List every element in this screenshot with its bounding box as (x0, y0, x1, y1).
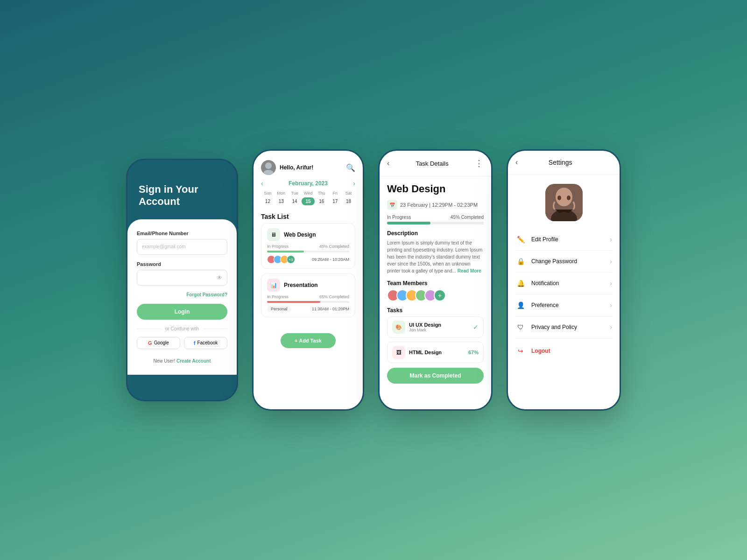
calendar-nav: ‹ February, 2023 › (261, 180, 355, 187)
subtask-info-html: HTML Design (409, 350, 465, 355)
preference-chevron: › (610, 301, 612, 309)
change-password-label: Change Password (531, 258, 610, 265)
forgot-password-link[interactable]: Forgot Password? (137, 292, 227, 297)
svg-point-0 (265, 162, 272, 169)
task-description: Lorem Ipsum is simply dummy text of the … (387, 239, 484, 274)
settings-screen: ‹ Settings (507, 149, 621, 411)
cal-day-14[interactable]: 14 (288, 197, 302, 205)
signin-body: Email/Phone Number example@gmail.com Pas… (127, 219, 237, 375)
edit-profile-icon: ✏️ (515, 234, 526, 245)
edit-profile-label: Edit Profile (531, 236, 610, 243)
task-tag: Personal (267, 306, 291, 312)
back-button[interactable]: ‹ (387, 159, 389, 168)
task-progress-fill (267, 251, 304, 252)
svg-point-5 (557, 196, 561, 200)
cal-day-12[interactable]: 12 (261, 197, 275, 205)
prev-month-button[interactable]: ‹ (261, 180, 263, 187)
task-progress-bar-bg (267, 251, 349, 252)
task-time: 09:20AM - 10:20AM (312, 257, 349, 262)
cal-day-17[interactable]: 17 (328, 197, 342, 205)
google-icon: G (148, 340, 152, 346)
svg-point-7 (558, 212, 570, 219)
task-detail-name: Web Design (387, 183, 484, 195)
change-password-chevron: › (610, 258, 612, 265)
preference-label: Preference (531, 302, 610, 308)
task-progress-row-pres: In Progress 65% Completed (267, 294, 349, 299)
task-avatars: +3 (267, 255, 295, 264)
task-header: 🖥 Web Design (267, 228, 349, 241)
subtask-icon-uiux: 🎨 (392, 321, 405, 334)
notification-chevron: › (610, 280, 612, 287)
mark-complete-button[interactable]: Mark as Completed (387, 368, 484, 384)
email-input[interactable]: example@gmail.com (137, 239, 227, 255)
task-card-presentation[interactable]: 📊 Presentation In Progress 65% Completed… (261, 273, 355, 317)
more-options-button[interactable]: ⋮ (475, 158, 484, 168)
task-footer: +3 09:20AM - 10:20AM (267, 255, 349, 264)
email-label: Email/Phone Number (137, 231, 227, 236)
task-card-webdesign[interactable]: 🖥 Web Design In Progress 45% Completed +… (261, 223, 355, 269)
preference-icon: 👤 (515, 300, 526, 310)
subtask-uiux[interactable]: 🎨 UI UX Design Jon Mark ✓ (387, 316, 484, 338)
calendar-section: ‹ February, 2023 › Sun Mon Tue Wed Thu F… (254, 180, 363, 210)
search-icon[interactable]: 🔍 (346, 163, 355, 172)
signin-screen: Sign in Your Account Email/Phone Number … (126, 159, 238, 401)
settings-menu-list: ✏️ Edit Profile › 🔒 Change Password › 🔔 … (508, 229, 620, 362)
svg-point-6 (567, 196, 571, 200)
description-label: Description (387, 230, 484, 237)
facebook-signin-button[interactable]: f Facebook (184, 337, 227, 349)
cal-day-15[interactable]: 15 (302, 197, 315, 205)
task-pct: 45% Completed (451, 215, 484, 220)
task-time-pres: 11:30AM - 01:20PM (312, 307, 349, 311)
settings-avatar-section (508, 175, 620, 229)
calendar-month: February, 2023 (289, 180, 328, 187)
next-month-button[interactable]: › (353, 180, 355, 187)
login-button[interactable]: Login (137, 304, 227, 320)
add-team-member-button[interactable]: + (434, 289, 446, 301)
add-task-button[interactable]: + Add Task (281, 333, 336, 348)
settings-preference[interactable]: 👤 Preference › (515, 294, 612, 316)
calendar-days: 12 13 14 15 16 17 18 (261, 197, 355, 205)
subtasks-section: 🎨 UI UX Design Jon Mark ✓ 🖼 HTML Design … (387, 316, 484, 363)
task-icon-web: 🖥 (267, 228, 280, 241)
divider: or Contlune with (137, 326, 227, 331)
settings-notification[interactable]: 🔔 Notification › (515, 273, 612, 294)
new-user-text: New User! (153, 358, 175, 364)
taskdetail-body: Web Design 📅 23 February | 12:29PM - 02:… (380, 176, 491, 390)
subtask-check-uiux: ✓ (473, 323, 479, 331)
create-account-link[interactable]: Create Account (176, 358, 211, 364)
google-signin-button[interactable]: G Google (137, 337, 180, 349)
task-header-pres: 📊 Presentation (267, 279, 349, 292)
calendar-days-header: Sun Mon Tue Wed Thu Fri Sat (261, 191, 355, 196)
divider-line-left (137, 329, 162, 329)
settings-back-button[interactable]: ‹ (515, 158, 518, 167)
task-date: 23 February | 12:29PM - 02:23PM (400, 202, 478, 208)
cal-day-18[interactable]: 18 (342, 197, 355, 205)
divider-text: or Contlune with (165, 326, 199, 331)
task-name-presentation: Presentation (284, 282, 318, 288)
notification-label: Notification (531, 280, 610, 287)
greeting: Hello, Arifur! (280, 164, 313, 171)
read-more-link[interactable]: Read More (458, 268, 481, 273)
cal-day-13[interactable]: 13 (275, 197, 288, 205)
tasklist-screen: Hello, Arifur! 🔍 ‹ February, 2023 › Sun … (252, 149, 364, 411)
edit-profile-chevron: › (610, 236, 612, 243)
password-label: Password (137, 261, 227, 267)
settings-edit-profile[interactable]: ✏️ Edit Profile › (515, 229, 612, 251)
calendar-icon: 📅 (387, 200, 397, 210)
subtask-html[interactable]: 🖼 HTML Design 67% (387, 342, 484, 363)
task-detail-progress-row: In Progress 45% Completed (387, 215, 484, 220)
tasks-label: Tasks (387, 307, 484, 314)
settings-logout[interactable]: ↪ Logout (515, 340, 612, 362)
task-footer-pres: Personal 11:30AM - 01:20PM (267, 306, 349, 312)
signin-title-line2: Account (139, 196, 180, 207)
cal-day-16[interactable]: 16 (315, 197, 328, 205)
settings-change-password[interactable]: 🔒 Change Password › (515, 251, 612, 273)
password-input[interactable]: 👁 (137, 270, 227, 286)
email-placeholder: example@gmail.com (142, 244, 186, 249)
subtask-person-uiux: Jon Mark (409, 328, 469, 332)
settings-privacy-policy[interactable]: 🛡 Privacy and Policy › (515, 316, 612, 338)
subtask-icon-html: 🖼 (392, 346, 405, 359)
facebook-icon: f (194, 340, 196, 346)
social-buttons: G Google f Facebook (137, 337, 227, 349)
notification-icon: 🔔 (515, 278, 526, 288)
